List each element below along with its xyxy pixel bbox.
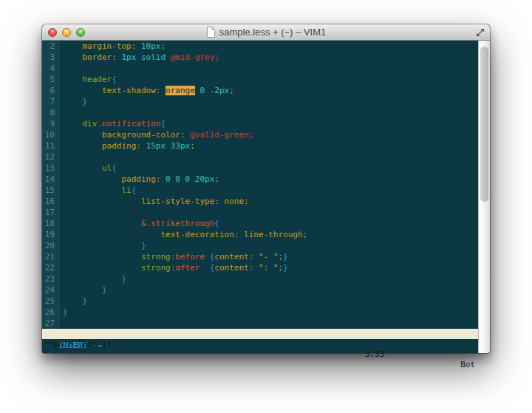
code-segment: ; — [190, 141, 195, 151]
code-segment: ; — [160, 41, 166, 51]
code-segment: .notification — [97, 119, 160, 129]
code-line[interactable]: 16 list-style-type: none; — [42, 196, 478, 207]
statusline-scroll-indicator: Bot — [460, 360, 475, 370]
code-segment — [63, 52, 83, 62]
code-segment: ; — [214, 52, 219, 62]
code-line[interactable]: 12 — [42, 151, 478, 163]
scrollbar-thumb[interactable] — [480, 47, 488, 202]
line-number: 3 — [42, 52, 60, 63]
code-segment: @mid-grey — [171, 52, 215, 62]
code-segment: margin-top — [83, 41, 132, 51]
code-line[interactable]: 22 strong:after {content: ": ";} — [42, 262, 478, 273]
code-line[interactable]: 24 } — [42, 284, 478, 296]
window-content: 2 margin-top: 10px;3 border: 1px solid @… — [42, 41, 490, 353]
code-line[interactable]: 20 } — [42, 240, 478, 251]
minimize-button[interactable] — [62, 28, 71, 37]
code-line[interactable]: 21 strong:before {content: "- ";} — [42, 251, 478, 262]
line-number: 15 — [42, 185, 60, 196]
code-segment: ; — [214, 174, 219, 184]
code-segment — [63, 241, 141, 250]
code-line[interactable]: 17 — [42, 207, 478, 218]
code-segment: 0 0 0 20px — [166, 174, 214, 184]
code-line[interactable]: 18 &.strikethrough{ — [42, 218, 478, 229]
code-text — [60, 318, 63, 328]
code-segment — [63, 163, 102, 173]
code-segment: line-through — [244, 230, 302, 239]
code-text: } — [60, 97, 87, 106]
code-segment — [219, 197, 225, 206]
code-text: margin-top: 10px; — [60, 41, 166, 51]
code-segment: 10px — [141, 41, 161, 51]
line-number: 10 — [42, 129, 60, 140]
code-segment: text-shadow — [102, 86, 156, 95]
code-line[interactable]: 5 header{ — [42, 74, 478, 85]
search-highlight: orange — [166, 86, 195, 95]
code-segment — [63, 119, 83, 129]
code-line[interactable]: 2 margin-top: 10px; — [42, 41, 478, 52]
code-segment: none — [225, 197, 245, 206]
code-segment: { — [132, 185, 137, 195]
code-text: } — [60, 274, 126, 284]
code-segment — [63, 130, 102, 140]
code-segment: { — [112, 75, 117, 84]
code-segment: border — [83, 52, 112, 62]
code-segment: : — [214, 197, 219, 206]
code-line[interactable]: 6 text-shadow: orange 0 -2px; — [42, 85, 478, 96]
line-number: 11 — [42, 140, 60, 151]
code-line[interactable]: 10 background-color: @valid-green; — [42, 129, 478, 140]
fullscreen-icon[interactable] — [476, 28, 485, 37]
code-line[interactable]: 25 } — [42, 296, 478, 307]
code-segment: { — [112, 163, 117, 173]
code-segment: strong — [141, 263, 171, 273]
code-segment: &.strikethrough — [141, 219, 214, 228]
code-line[interactable]: 11 padding: 15px 33px; — [42, 140, 478, 151]
line-number: 16 — [42, 196, 60, 207]
code-segment: padding — [121, 174, 155, 184]
editor-column: 2 margin-top: 10px;3 border: 1px solid @… — [42, 41, 478, 353]
code-line[interactable]: 8 — [42, 107, 478, 118]
code-line[interactable]: 19 text-decoration: line-through; — [42, 229, 478, 240]
code-line[interactable]: 7 } — [42, 96, 478, 107]
line-number: 24 — [42, 284, 60, 296]
code-segment: : — [180, 130, 185, 140]
code-line[interactable]: 13 ul{ — [42, 163, 478, 174]
code-segment: ": " — [259, 263, 279, 273]
line-number: 27 — [42, 318, 60, 329]
code-text: } — [60, 296, 87, 306]
line-number: 13 — [42, 163, 60, 174]
code-segment: : — [112, 52, 117, 62]
code-line[interactable]: 3 border: 1px solid @mid-grey; — [42, 52, 478, 63]
code-segment — [63, 75, 83, 84]
code-segment: } — [83, 296, 88, 306]
code-segment: } — [283, 263, 288, 273]
line-number: 19 — [42, 229, 60, 240]
scrollbar[interactable] — [478, 41, 490, 353]
code-segment: ; — [303, 230, 308, 239]
code-segment: } — [63, 307, 68, 317]
code-line[interactable]: 26} — [42, 307, 478, 318]
code-line[interactable]: 4 — [42, 63, 478, 74]
code-text — [60, 208, 63, 217]
vim-statusline: sample.less [+] 3,33 Bot — [42, 329, 478, 339]
titlebar[interactable]: sample.less + (~) – VIM1 — [42, 24, 490, 41]
editor[interactable]: 2 margin-top: 10px;3 border: 1px solid @… — [42, 41, 478, 329]
code-line[interactable]: 27 — [42, 318, 478, 329]
code-segment: div — [83, 119, 98, 129]
traffic-lights — [48, 28, 85, 37]
code-segment — [63, 296, 83, 306]
code-line[interactable]: 9 div.notification{ — [42, 118, 478, 129]
statusline-cursor-position: 3,33 — [365, 349, 385, 360]
code-text: strong:after {content: ": ";} — [60, 263, 288, 273]
zoom-button[interactable] — [76, 28, 85, 37]
line-number: 5 — [42, 74, 60, 85]
window-title: sample.less + (~) – VIM1 — [219, 27, 327, 38]
vim-window: sample.less + (~) – VIM1 2 margin-top: 1… — [42, 24, 490, 353]
code-text: border: 1px solid @mid-grey; — [60, 52, 219, 62]
code-text: li{ — [60, 185, 136, 195]
code-line[interactable]: 14 padding: 0 0 0 20px; — [42, 174, 478, 185]
code-line[interactable]: 23 } — [42, 273, 478, 284]
code-text: header{ — [60, 75, 117, 84]
code-line[interactable]: 15 li{ — [42, 185, 478, 196]
close-button[interactable] — [48, 28, 57, 37]
line-number: 25 — [42, 296, 60, 307]
